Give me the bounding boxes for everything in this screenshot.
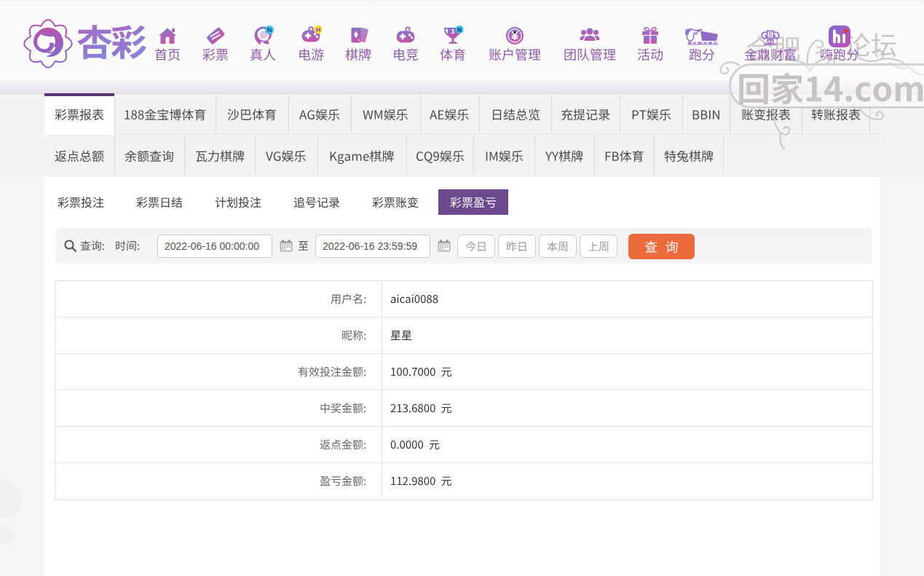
svg-text:N: N — [267, 26, 272, 33]
svg-text:N: N — [457, 26, 462, 33]
svg-text:H: H — [316, 26, 321, 33]
svg-text:1: 1 — [451, 28, 454, 35]
